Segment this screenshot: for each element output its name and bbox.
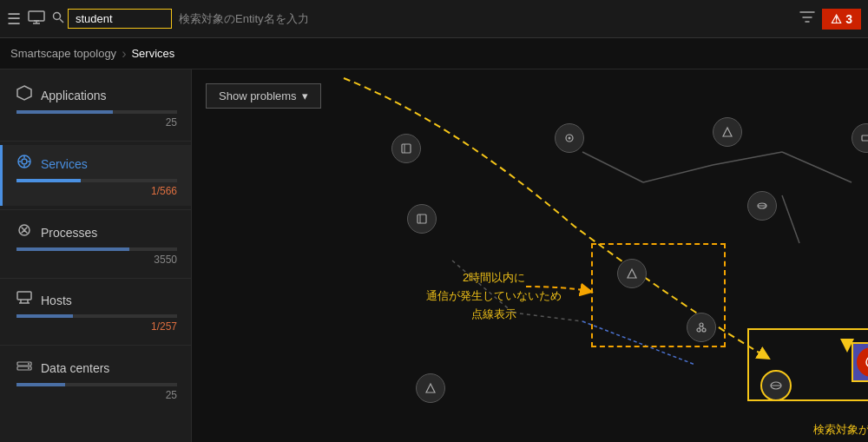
search-input[interactable] (68, 9, 172, 29)
sidebar-item-services[interactable]: Services 1/566 (0, 145, 191, 206)
datacenters-count: 25 (16, 389, 177, 401)
svg-point-8 (22, 159, 27, 164)
breadcrumb-item1[interactable]: Smartscape topology (10, 47, 116, 60)
processes-count: 3550 (16, 254, 177, 266)
processes-label: Processes (41, 226, 97, 240)
svg-point-4 (54, 13, 61, 20)
applications-icon (16, 85, 32, 105)
svg-point-20 (28, 363, 30, 365)
search-hint-text: 検索対象のEntity名を入力 (179, 11, 309, 27)
hosts-icon (16, 291, 32, 309)
yellow-annotation: 検索対象が黄色く表示される (782, 422, 868, 438)
services-count: 1/566 (16, 185, 177, 197)
sidebar-item-hosts[interactable]: Hosts 1/257 (0, 282, 191, 341)
datacenters-label: Data centers (41, 361, 109, 375)
filter-icon[interactable] (799, 10, 815, 28)
svg-point-41 (697, 328, 700, 332)
breadcrumb: Smartscape topology › Services (0, 38, 868, 69)
svg-line-25 (582, 152, 643, 182)
sidebar-item-processes[interactable]: Processes 3550 (0, 214, 191, 274)
search-area (52, 9, 172, 29)
search-icon (52, 11, 64, 26)
processes-icon (16, 222, 32, 242)
show-problems-label: Show problems (219, 89, 297, 102)
student-controller[interactable]: StudentController ⤢ (852, 342, 868, 382)
svg-marker-6 (17, 86, 31, 100)
datacenters-icon (16, 358, 32, 378)
svg-rect-38 (418, 214, 426, 223)
menu-icon[interactable]: ☰ (7, 10, 21, 29)
yellow-annotation-text: 検索対象が黄色く表示される (813, 423, 869, 436)
node-top4[interactable] (852, 123, 868, 153)
services-bar (16, 179, 81, 182)
dashed-annotation-text: 2時間以内に通信が発生していないため点線表示 (426, 271, 562, 320)
node-bottomleft[interactable] (416, 373, 445, 403)
services-icon (16, 154, 32, 174)
sidebar-item-datacenters[interactable]: Data centers 25 (0, 349, 191, 410)
svg-point-33 (569, 137, 571, 140)
svg-rect-34 (862, 135, 868, 141)
processes-bar (16, 247, 129, 251)
services-label: Services (41, 157, 88, 171)
svg-point-21 (28, 367, 30, 369)
svg-rect-0 (29, 11, 44, 21)
datacenters-bar (16, 383, 65, 386)
node-inactive1[interactable] (617, 259, 647, 288)
hosts-label: Hosts (41, 294, 72, 307)
show-problems-button[interactable]: Show problems ▾ (206, 83, 321, 109)
node-inactive2[interactable] (687, 313, 716, 342)
hosts-bar (16, 314, 73, 318)
applications-label: Applications (41, 89, 107, 102)
student-controller-service-icon (857, 347, 868, 377)
breadcrumb-item2[interactable]: Services (131, 47, 174, 60)
node-right-mid[interactable] (747, 191, 777, 221)
node-top2[interactable] (555, 123, 584, 153)
node-topleft[interactable] (391, 134, 421, 163)
applications-count: 25 (16, 116, 177, 129)
svg-line-26 (643, 165, 713, 182)
svg-rect-14 (17, 292, 31, 300)
svg-line-27 (713, 152, 782, 165)
breadcrumb-separator: › (122, 46, 126, 62)
svg-rect-30 (402, 144, 411, 153)
svg-point-40 (700, 323, 703, 327)
svg-point-42 (702, 328, 706, 332)
show-problems-arrow: ▾ (302, 89, 308, 102)
yellow-ring-node[interactable] (760, 370, 792, 401)
hosts-count: 1/257 (16, 320, 177, 333)
node-left1[interactable] (407, 204, 437, 234)
alert-count: 3 (845, 12, 852, 26)
sidebar-item-applications[interactable]: Applications 25 (0, 76, 191, 137)
sidebar: Applications 25 (0, 69, 192, 442)
main-layout: Applications 25 (0, 69, 868, 442)
svg-line-28 (782, 152, 852, 182)
monitor-icon[interactable] (28, 10, 45, 28)
alert-icon: ⚠ (831, 12, 842, 26)
node-top3[interactable] (713, 117, 742, 147)
svg-line-29 (782, 195, 799, 243)
applications-bar (16, 110, 113, 114)
header: ☰ 検索対象のEntity名を入力 ⚠ 3 (0, 0, 868, 38)
svg-line-5 (60, 19, 63, 23)
alert-button[interactable]: ⚠ 3 (822, 9, 861, 30)
dashed-annotation: 2時間以内に通信が発生していないため点線表示 (424, 269, 563, 323)
map-area: Show problems ▾ (192, 69, 868, 442)
